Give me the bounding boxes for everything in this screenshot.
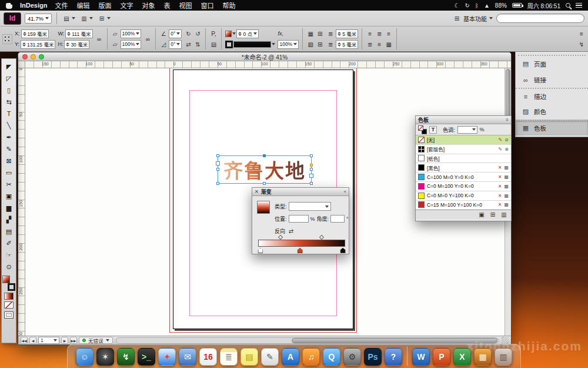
text-affects-button[interactable]: T xyxy=(429,126,437,134)
shear-field[interactable]: 0° xyxy=(169,40,182,49)
panel-tab-color[interactable]: ▨ 颜色 xyxy=(516,104,588,120)
spotlight-icon[interactable] xyxy=(566,3,570,8)
sync-icon[interactable]: ↻ xyxy=(465,2,470,9)
direct-selection-tool[interactable]: ◸ xyxy=(2,72,15,84)
swatch-row[interactable]: [套版色] ✎ ⊕ xyxy=(416,145,511,154)
screen-mode-button[interactable]: ⊞ xyxy=(97,13,111,24)
next-page-button[interactable]: ▶ xyxy=(61,337,68,344)
automator[interactable]: ↯ xyxy=(117,348,135,366)
notification-icon[interactable]: ☾ xyxy=(455,2,460,9)
view-options-button[interactable]: ▤ xyxy=(62,13,76,24)
workspace-switcher[interactable]: ⊞ 基本功能 xyxy=(453,14,493,23)
gradient-feather-tool[interactable]: ▞ xyxy=(2,214,15,226)
wrap-bound-icon[interactable]: ▧ xyxy=(306,40,315,48)
notification-center-icon[interactable] xyxy=(576,3,582,8)
handle-bottom-right[interactable] xyxy=(310,182,313,185)
bluetooth-icon[interactable]: ᛒ xyxy=(475,2,479,9)
fill-color-chip[interactable] xyxy=(225,31,232,37)
select-container-icon[interactable]: P, xyxy=(209,29,218,38)
last-page-button[interactable]: ▶▶ xyxy=(70,337,77,344)
swatch-row[interactable]: [纸色] xyxy=(416,154,511,164)
finder[interactable]: ☺ xyxy=(76,348,93,366)
system-preferences[interactable]: ⚙ xyxy=(343,348,361,366)
swatch-row[interactable]: [黑色] ✕ ▦ xyxy=(416,163,511,173)
menu-item[interactable]: 视图 xyxy=(179,1,192,10)
menubar-clock[interactable]: 周六 8:06:51 xyxy=(527,1,560,10)
rectangle-tool[interactable]: ▭ xyxy=(2,167,15,178)
close-icon[interactable]: ✕ xyxy=(255,189,259,194)
gradient-stop[interactable] xyxy=(340,248,346,253)
handle-top-right[interactable] xyxy=(310,154,313,157)
frame-grid-icon[interactable]: ⊞ xyxy=(316,29,324,38)
launchpad[interactable]: ✶ xyxy=(96,348,114,366)
panel-tab-stroke[interactable]: ≡ 描边 xyxy=(516,88,588,104)
out-port[interactable] xyxy=(309,174,313,178)
new-swatch-group-button[interactable]: ▣ xyxy=(477,211,486,219)
battery-icon[interactable] xyxy=(512,3,522,8)
gradient-midpoint[interactable] xyxy=(278,235,282,240)
w-field[interactable]: 111 毫米 xyxy=(65,29,92,38)
stickies[interactable]: ▤ xyxy=(240,348,258,366)
stroke-color-chip[interactable] xyxy=(225,41,233,48)
document-titlebar[interactable]: *未命名-2 @ 41% xyxy=(18,52,511,61)
notes[interactable]: ≣ xyxy=(220,348,238,366)
in-port[interactable] xyxy=(216,161,220,165)
apple-menu-icon[interactable] xyxy=(6,2,12,9)
apply-none-button[interactable] xyxy=(4,301,14,309)
gap-tool[interactable]: ⇆ xyxy=(2,96,15,108)
new-swatch-button[interactable]: ⊞ xyxy=(489,211,497,219)
gradient-position-field[interactable] xyxy=(289,215,309,223)
x-field[interactable]: 159 毫米 xyxy=(21,29,49,38)
page-tool[interactable]: ▯ xyxy=(2,84,15,96)
gutter-top-field[interactable]: 5 毫米 xyxy=(336,29,358,38)
help[interactable]: ? xyxy=(385,348,402,366)
minimize-window-button[interactable] xyxy=(31,54,36,59)
quicktime[interactable]: Q xyxy=(323,348,340,366)
gutter-bottom-field[interactable]: 5 毫米 xyxy=(336,40,358,49)
reference-point-proxy[interactable] xyxy=(2,34,12,44)
menu-item[interactable]: 窗口 xyxy=(201,1,213,10)
stroke-swatch[interactable] xyxy=(8,283,15,291)
gradient-stop[interactable] xyxy=(298,248,303,253)
handle-bottom-left[interactable] xyxy=(216,182,219,185)
panel-tab-pages[interactable]: ▤ 页面 xyxy=(516,56,588,72)
effects-button[interactable]: fx, xyxy=(278,31,283,37)
scale-y-field[interactable]: 100% xyxy=(121,40,142,49)
columns-icon[interactable]: ▦ xyxy=(385,40,393,48)
line-tool[interactable]: ╲ xyxy=(2,120,15,131)
y-field[interactable]: 131.25 毫米 xyxy=(21,40,55,49)
tint-field[interactable] xyxy=(457,126,477,134)
swatches-panel-titlebar[interactable]: 色板 ≡ xyxy=(416,116,511,124)
align-right-icon[interactable]: ≡ xyxy=(385,29,393,38)
gradient-midpoint[interactable] xyxy=(319,235,323,240)
free-transform-tool[interactable]: ▣ xyxy=(2,190,15,202)
vertical-ruler[interactable]: 050100150200250300 xyxy=(18,68,25,336)
wrap-none-icon[interactable]: ▦ xyxy=(306,29,315,38)
app-menu[interactable]: InDesign xyxy=(20,2,47,9)
menu-item[interactable]: 表 xyxy=(163,1,170,10)
pictures[interactable]: ▦ xyxy=(474,348,492,366)
previous-page-button[interactable]: ◀ xyxy=(29,337,36,344)
scissors-tool[interactable]: ✂ xyxy=(2,178,15,190)
menu-item[interactable]: 版面 xyxy=(98,1,111,10)
collapse-icon[interactable]: « xyxy=(344,189,346,194)
menu-item[interactable]: 文件 xyxy=(55,1,68,10)
swatch-row[interactable]: C=15 M=100 Y=100 K=0 ✕ ▦ xyxy=(416,201,511,210)
frame-columns-icon[interactable]: ⊞ xyxy=(316,40,324,48)
flip-horizontal-icon[interactable]: ⇄ xyxy=(184,40,192,48)
fill-stroke-mini-proxy[interactable] xyxy=(418,125,427,134)
handle-top-middle[interactable] xyxy=(263,154,266,157)
panel-tab-swatches[interactable]: ▦ 色板 xyxy=(516,120,588,135)
frame-text[interactable]: 齐鲁大地 xyxy=(218,156,311,183)
rotate-ccw-icon[interactable]: ↺ xyxy=(193,29,202,38)
select-content-icon[interactable]: ▤ xyxy=(209,40,218,48)
align-left-icon[interactable]: ≡ xyxy=(366,29,374,38)
mail[interactable]: ✉ xyxy=(179,348,196,366)
text-frame[interactable]: 齐鲁大地 xyxy=(218,155,312,184)
corner-options-handle[interactable] xyxy=(310,164,313,167)
safari[interactable]: ✦ xyxy=(158,348,176,366)
excel[interactable]: X xyxy=(453,348,471,366)
handle-top-left[interactable] xyxy=(216,154,219,157)
search-input[interactable] xyxy=(496,14,584,23)
textedit[interactable]: ✎ xyxy=(261,348,279,366)
